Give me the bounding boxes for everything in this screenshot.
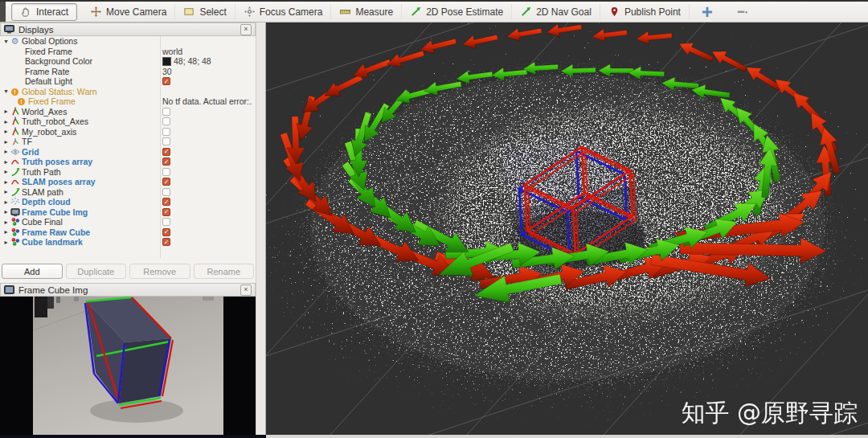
- display-row[interactable]: ▸Depth cloud✓: [0, 197, 256, 207]
- display-checkbox-checked[interactable]: ✓: [162, 208, 170, 216]
- move-camera-icon: [90, 6, 102, 18]
- color-swatch[interactable]: [162, 57, 171, 66]
- display-value: ✓: [162, 148, 170, 156]
- display-row[interactable]: ▸World_Axes: [0, 107, 256, 117]
- expander-right-icon[interactable]: ▸: [2, 138, 10, 145]
- display-row[interactable]: ▸My_robot_axis: [0, 127, 256, 137]
- tool-2d-pose-estimate[interactable]: 2D Pose Estimate: [402, 4, 512, 20]
- warn-icon: !: [16, 97, 27, 105]
- tool-select[interactable]: Select: [175, 4, 235, 20]
- add-button[interactable]: Add: [2, 264, 63, 279]
- tool-label: Interact: [36, 6, 68, 18]
- watermark: 知乎 @原野寻踪: [681, 399, 858, 427]
- panel-splitter[interactable]: [256, 23, 266, 438]
- tool-measure[interactable]: Measure: [331, 4, 402, 20]
- render-viewport[interactable]: 知乎 @原野寻踪: [266, 23, 868, 435]
- display-checkbox-checked[interactable]: ✓: [162, 238, 170, 246]
- add-tool-button[interactable]: [690, 4, 724, 20]
- display-row[interactable]: ▸Frame Cube Img✓: [0, 207, 256, 218]
- display-row[interactable]: ▸Truth Path: [0, 167, 256, 178]
- display-row[interactable]: ▸Cube landmark✓: [0, 237, 256, 248]
- expander-right-icon[interactable]: ▸: [2, 199, 10, 206]
- display-label: Truth_robot_Axes: [22, 117, 88, 126]
- display-checkbox-unchecked[interactable]: [162, 108, 170, 116]
- tool-2d-nav-goal[interactable]: 2D Nav Goal: [512, 4, 600, 20]
- tool-publish-point[interactable]: Publish Point: [600, 4, 690, 20]
- display-checkbox-unchecked[interactable]: [162, 188, 170, 196]
- display-row[interactable]: ▾⚙Global Options: [0, 36, 256, 47]
- display-checkbox-checked[interactable]: ✓: [162, 158, 170, 166]
- display-row[interactable]: ▸SLAM path: [0, 187, 256, 198]
- display-row[interactable]: ▾!Global Status: Warn: [0, 87, 256, 97]
- grid-icon: [10, 147, 20, 157]
- expander-down-icon[interactable]: ▾: [2, 38, 10, 45]
- axes-icon: [10, 127, 20, 137]
- frame-cube-img-panel: Frame Cube Img ×: [0, 283, 256, 435]
- display-checkbox-checked[interactable]: ✓: [162, 77, 170, 85]
- remove-tool-button[interactable]: [724, 4, 759, 20]
- display-label: Frame Cube Img: [22, 207, 88, 217]
- expander-right-icon[interactable]: ▸: [2, 108, 10, 115]
- expander-right-icon[interactable]: ▸: [2, 128, 10, 135]
- close-icon[interactable]: ×: [240, 24, 252, 35]
- display-label: Truth Path: [22, 167, 61, 177]
- displays-panel-titlebar[interactable]: Displays ×: [0, 23, 256, 36]
- display-row[interactable]: Frame Rate30: [0, 67, 256, 77]
- display-row[interactable]: ▸Cube Final: [0, 217, 256, 227]
- expander-right-icon[interactable]: ▸: [2, 158, 10, 166]
- display-checkbox-checked[interactable]: ✓: [162, 198, 170, 206]
- display-label: Cube landmark: [22, 237, 83, 247]
- frame-cube-img-titlebar[interactable]: Frame Cube Img ×: [0, 283, 256, 297]
- focus-camera-icon: [244, 6, 256, 18]
- display-checkbox-unchecked[interactable]: [162, 137, 170, 145]
- duplicate-button[interactable]: Duplicate: [66, 264, 127, 279]
- expander-right-icon[interactable]: ▸: [2, 148, 10, 155]
- display-row[interactable]: ▸TF: [0, 137, 256, 147]
- hand-icon: [20, 6, 32, 18]
- display-row[interactable]: ▸Truth_robot_Axes: [0, 117, 256, 127]
- display-value: ✓: [162, 198, 170, 206]
- display-value: [162, 168, 170, 176]
- tool-focus-camera[interactable]: Focus Camera: [235, 4, 332, 20]
- tool-move-camera[interactable]: Move Camera: [82, 4, 175, 20]
- display-checkbox-unchecked[interactable]: [162, 168, 170, 176]
- display-row[interactable]: !Fixed FrameNo tf data. Actual error:...: [0, 96, 256, 107]
- rename-button[interactable]: Rename: [194, 264, 255, 279]
- remove-button[interactable]: Remove: [129, 264, 190, 279]
- expander-right-icon[interactable]: ▸: [2, 118, 10, 125]
- display-row[interactable]: ▸Frame Raw Cube✓: [0, 227, 256, 238]
- display-row[interactable]: Background Color48; 48; 48: [0, 56, 256, 67]
- display-checkbox-checked[interactable]: ✓: [162, 228, 170, 236]
- marker-icon: [10, 227, 20, 237]
- expander-right-icon[interactable]: ▸: [2, 178, 10, 186]
- display-row[interactable]: ▸SLAM poses array✓: [0, 177, 256, 187]
- display-checkbox-checked[interactable]: ✓: [162, 148, 170, 156]
- close-icon[interactable]: ×: [240, 284, 252, 296]
- display-label: Global Options: [22, 36, 77, 46]
- display-label: Frame Rate: [25, 67, 69, 76]
- display-checkbox-unchecked[interactable]: [162, 218, 170, 226]
- display-row[interactable]: ▸Grid✓: [0, 147, 256, 158]
- display-value: ✓: [162, 178, 170, 186]
- expander-down-icon[interactable]: ▾: [2, 88, 10, 95]
- expander-right-icon[interactable]: ▸: [2, 239, 10, 246]
- display-checkbox-unchecked[interactable]: [162, 117, 170, 125]
- display-checkbox-checked[interactable]: ✓: [162, 178, 170, 186]
- expander-right-icon[interactable]: ▸: [2, 168, 10, 175]
- display-value: [162, 128, 170, 136]
- display-value: ✓: [162, 77, 170, 85]
- display-row[interactable]: Default Light✓: [0, 76, 256, 87]
- display-label: Cube Final: [22, 217, 63, 227]
- display-checkbox-unchecked[interactable]: [162, 128, 170, 136]
- tool-interact[interactable]: Interact: [11, 3, 77, 21]
- display-label: Frame Raw Cube: [22, 227, 90, 237]
- display-value: world: [162, 47, 182, 56]
- display-label: My_robot_axis: [22, 127, 76, 137]
- expander-right-icon[interactable]: ▸: [2, 208, 10, 215]
- display-row[interactable]: ▸Truth poses array✓: [0, 157, 256, 167]
- gear-icon: ⚙: [10, 37, 20, 46]
- expander-right-icon[interactable]: ▸: [2, 219, 10, 226]
- expander-right-icon[interactable]: ▸: [2, 188, 10, 195]
- display-row[interactable]: Fixed Frameworld: [0, 47, 256, 57]
- expander-right-icon[interactable]: ▸: [2, 228, 10, 235]
